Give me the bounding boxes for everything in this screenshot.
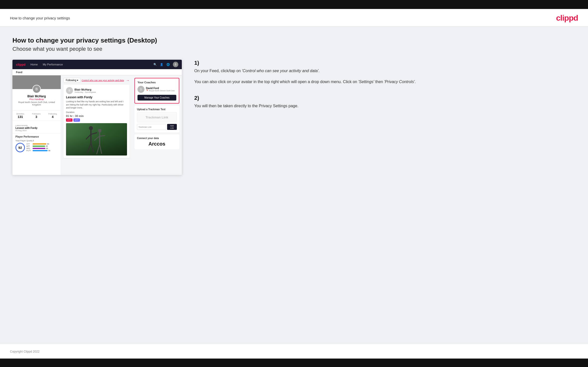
search-icon[interactable]: 🔍 (153, 63, 157, 66)
coach-avatar: D (137, 86, 144, 93)
instruction-1-text: On your Feed, click/tap on 'Control who … (194, 68, 576, 74)
avatar: B (32, 85, 41, 93)
coaches-card: Your Coaches D David Ford 📍 Royal North … (134, 78, 179, 104)
app-right-sidebar: Your Coaches D David Ford 📍 Royal North … (132, 75, 182, 175)
profile-handicap: Plus Handicap (15, 98, 58, 101)
bar-arg: ARG 86 (26, 148, 58, 149)
following-bar: Following ▾ Control who can see your act… (64, 78, 130, 83)
site-header: How to change your privacy settings clip… (0, 9, 588, 27)
feed-card: B Blair McHarg Yesterday · Sunningdale L… (64, 85, 130, 158)
trackman-link-placeholder: Trackman Link (137, 112, 177, 122)
stat-activities: Activities 131 (16, 113, 24, 119)
svg-point-6 (98, 129, 101, 132)
manage-coaches-button[interactable]: Manage Your Coaches (137, 95, 176, 101)
app-feed: Following ▾ Control who can see your act… (61, 75, 132, 175)
svg-line-8 (94, 136, 100, 141)
score-bars: OTT 90 APP 85 ARG (26, 143, 58, 152)
app-feed-tab[interactable]: Feed (12, 69, 182, 75)
bar-app: APP 85 (26, 145, 58, 147)
app-nav-home[interactable]: Home (30, 63, 38, 66)
stat-followers-value: 3 (32, 115, 41, 119)
connect-card: Connect your data Arccos (134, 134, 179, 149)
following-button[interactable]: Following ▾ (64, 78, 80, 83)
arccos-brand: Arccos (137, 141, 177, 147)
content-columns: clippd Home My Performance 🔍 👤 🌐 B Feed (12, 60, 576, 175)
trackman-card: Upload a Trackman Test Trackman Link Add… (134, 105, 179, 132)
app-nav-icons: 🔍 👤 🌐 B (153, 62, 178, 67)
bottom-bar (0, 359, 588, 367)
instruction-2-number: 2) (194, 95, 576, 101)
coaches-section-wrapper: Your Coaches D David Ford 📍 Royal North … (134, 78, 179, 104)
coach-info: David Ford 📍 Royal North Devon Golf Club (146, 87, 175, 92)
arrow-right-icon: → (126, 78, 130, 82)
stat-activities-value: 131 (16, 115, 24, 119)
card-user-info: Blair McHarg Yesterday · Sunningdale (74, 88, 96, 93)
card-user-date: Yesterday · Sunningdale (74, 91, 96, 93)
app-nav-performance[interactable]: My Performance (43, 63, 63, 66)
main-content: How to change your privacy settings (Des… (0, 27, 588, 344)
card-duration-value: 01 hr : 30 min (66, 114, 127, 117)
latest-activity-date: 03 Aug 2022 (15, 129, 58, 132)
trackman-input-row: Add Link (137, 124, 177, 130)
profile-banner: B (12, 75, 61, 89)
svg-line-9 (100, 136, 105, 136)
instruction-1: 1) On your Feed, click/tap on 'Control w… (194, 60, 576, 85)
instructions-column: 1) On your Feed, click/tap on 'Control w… (189, 60, 576, 119)
instruction-1-text2: You can also click on your avatar in the… (194, 79, 576, 85)
bar-putt: PUTT 96 (26, 150, 58, 152)
ott-tag: OTT (66, 118, 72, 122)
stat-activities-label: Activities (16, 113, 24, 115)
card-image (66, 123, 127, 156)
chevron-down-icon: ▾ (77, 79, 78, 82)
trackman-input[interactable] (137, 124, 166, 130)
coaches-title: Your Coaches (137, 81, 176, 84)
svg-line-10 (97, 144, 100, 154)
app-sidebar: B Blair McHarg Plus Handicap Royal North… (12, 75, 61, 175)
following-label: Following (66, 79, 76, 82)
duration-label: Duration (66, 111, 74, 113)
profile-club: Royal North Devon Golf Club, United King… (15, 101, 58, 106)
bar-ott: OTT 90 (26, 143, 58, 145)
person-icon[interactable]: 👤 (160, 63, 163, 66)
trackman-title: Upload a Trackman Test (137, 108, 177, 111)
coach-club: 📍 Royal North Devon Golf Club (146, 90, 175, 92)
card-user-name: Blair McHarg (74, 88, 96, 91)
profile-stats: Activities 131 Followers 3 Following 4 (12, 110, 61, 121)
coach-club-name: Royal North Devon Golf Club (149, 90, 175, 92)
app-logo: clippd (16, 63, 25, 66)
coach-item: D David Ford 📍 Royal North Devon Golf Cl… (137, 86, 176, 93)
control-privacy-link[interactable]: Control who can see your activity and da… (82, 79, 124, 82)
copyright-text: Copyright Clippd 2022 (10, 350, 40, 353)
quality-label: Total Player Quality ℹ (15, 140, 58, 142)
page-breadcrumb: How to change your privacy settings (10, 16, 70, 20)
app-tag: APP (73, 118, 80, 122)
card-title: Lesson with Fordy (66, 96, 127, 99)
golfer2-icon (90, 128, 110, 156)
app-screenshot: clippd Home My Performance 🔍 👤 🌐 B Feed (12, 60, 182, 175)
quality-row: 92 OTT 90 APP 85 (15, 143, 58, 152)
profile-name: Blair McHarg (15, 95, 58, 98)
location-icon: 📍 (146, 90, 148, 92)
stat-following-value: 4 (48, 115, 57, 119)
stat-followers-label: Followers (32, 113, 41, 115)
trackman-add-button[interactable]: Add Link (167, 124, 177, 130)
card-duration: Duration (66, 111, 127, 113)
stat-following-label: Following (48, 113, 57, 115)
card-avatar: B (66, 87, 73, 94)
instruction-1-number: 1) (194, 60, 576, 66)
instruction-2-text: You will then be taken directly to the P… (194, 103, 576, 109)
card-description: Looking to feel like my hands are exitin… (66, 100, 127, 109)
avatar-icon[interactable]: B (173, 62, 178, 67)
clippd-logo: clippd (556, 13, 578, 23)
latest-activity-label: Latest Activity (15, 124, 58, 127)
page-subtitle: Choose what you want people to see (12, 46, 576, 52)
compass-icon[interactable]: 🌐 (166, 63, 170, 66)
player-performance: Player Performance Total Player Quality … (12, 133, 61, 154)
stat-followers: Followers 3 (32, 113, 41, 119)
card-user: B Blair McHarg Yesterday · Sunningdale (66, 87, 127, 94)
coach-name: David Ford (146, 87, 175, 90)
connect-title: Connect your data (137, 137, 177, 140)
score-circle: 92 (15, 143, 25, 152)
feed-tab-label: Feed (16, 71, 22, 74)
app-body: B Blair McHarg Plus Handicap Royal North… (12, 75, 182, 175)
